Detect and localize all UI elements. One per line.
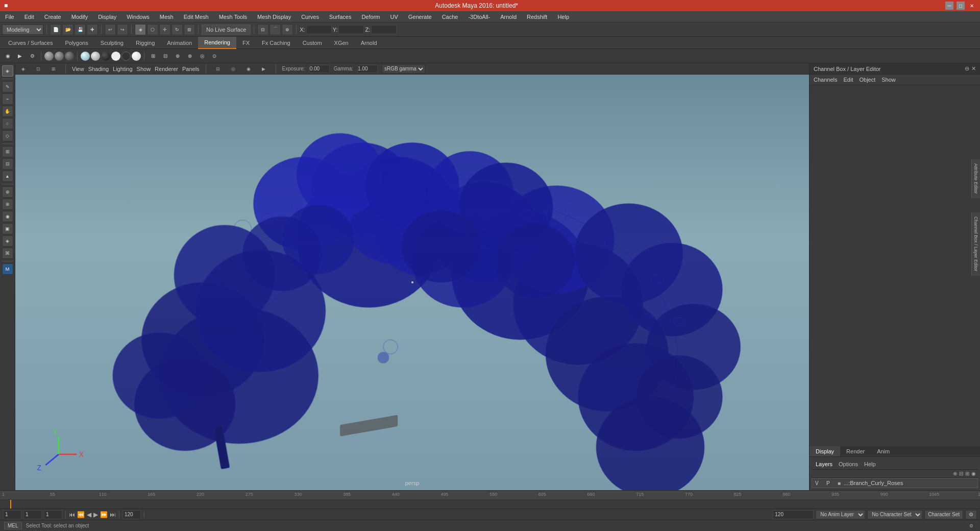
tool10[interactable]: ⌘ <box>2 248 13 259</box>
menu-item-windows[interactable]: Windows <box>125 13 152 21</box>
panel-close-btn[interactable]: ✕ <box>971 65 976 72</box>
render-opt6[interactable]: ⊙ <box>209 51 220 62</box>
status-settings-btn[interactable]: ⚙ <box>967 520 976 532</box>
menu-item-mesh-tools[interactable]: Mesh Tools <box>217 13 249 21</box>
render-layer-btn[interactable]: ⊟ <box>2 158 13 170</box>
menu-item-mesh-display[interactable]: Mesh Display <box>255 13 293 21</box>
viewport[interactable]: X Y Z persp <box>15 75 809 490</box>
paint-tool[interactable]: ✎ <box>2 81 13 92</box>
gamma-field[interactable] <box>357 65 378 73</box>
rotate-btn[interactable]: ↻ <box>172 24 183 35</box>
new-file-btn[interactable]: 📄 <box>50 24 61 35</box>
start-frame-field[interactable] <box>3 510 21 519</box>
anim-layer-select[interactable]: No Anim Layer <box>816 510 865 519</box>
tab-xgen[interactable]: XGen <box>328 37 355 49</box>
tab-polygons[interactable]: Polygons <box>59 37 94 49</box>
select-tool[interactable]: ◈ <box>2 65 13 77</box>
save-file-btn[interactable]: 💾 <box>75 24 86 35</box>
tool9[interactable]: ◈ <box>2 235 13 247</box>
exposure-field[interactable] <box>309 65 330 73</box>
options-tab[interactable]: Options <box>839 461 858 467</box>
display-layer-btn[interactable]: ⊞ <box>2 146 13 157</box>
render-tab-btn[interactable]: Render <box>840 446 871 456</box>
char-set-select[interactable]: No Character Set <box>867 510 922 519</box>
select-tool-btn[interactable]: ◈ <box>135 24 146 35</box>
view-menu-panels[interactable]: Panels <box>182 66 200 72</box>
sphere-grey2-btn[interactable] <box>55 52 64 61</box>
menu-item-uv[interactable]: UV <box>388 13 400 21</box>
anim-layer-btn[interactable]: ▲ <box>2 171 13 182</box>
menu-item-modify[interactable]: Modify <box>69 13 90 21</box>
layer-v[interactable]: V <box>815 480 823 486</box>
edit-tab[interactable]: Edit <box>843 77 853 83</box>
maximize-button[interactable]: □ <box>957 2 965 10</box>
sphere-shiny-btn[interactable] <box>132 52 141 61</box>
char-set-btn[interactable]: Character Set <box>924 510 963 519</box>
go-start-btn[interactable]: ⏮ <box>69 511 75 518</box>
menu-item-redshift[interactable]: Redshift <box>525 13 549 21</box>
show-tab[interactable]: Show <box>881 77 896 83</box>
object-tab[interactable]: Object <box>859 77 875 83</box>
render-settings-btn[interactable]: ⚙ <box>27 51 38 62</box>
menu-item-create[interactable]: Create <box>42 13 63 21</box>
go-end-btn[interactable]: ⏭ <box>110 511 116 518</box>
tool7[interactable]: ◉ <box>2 211 13 222</box>
menu-item-edit-mesh[interactable]: Edit Mesh <box>182 13 211 21</box>
view-menu-show[interactable]: Show <box>137 66 151 72</box>
tab-sculpting[interactable]: Sculpting <box>94 37 130 49</box>
timeline-ruler[interactable]: 1551101652202753303854404955506056607157… <box>0 491 980 500</box>
layers-icon3[interactable]: ⊞ <box>965 471 969 476</box>
tab-curves-surfaces[interactable]: Curves / Surfaces <box>2 37 59 49</box>
menu-item-help[interactable]: Help <box>555 13 571 21</box>
layers-icon2[interactable]: ⊟ <box>959 471 963 476</box>
redo-btn[interactable]: ↪ <box>117 24 128 35</box>
sphere-grey-btn[interactable] <box>44 52 54 61</box>
attribute-editor-tab[interactable]: Attribute Editor <box>971 159 980 198</box>
menu-item-cache[interactable]: Cache <box>440 13 460 21</box>
menu-item-file[interactable]: File <box>3 13 16 21</box>
vb-light-btn[interactable]: ◉ <box>243 63 254 75</box>
scale-btn[interactable]: ⊞ <box>184 24 195 35</box>
viewbar-tool1[interactable]: ◈ <box>17 63 29 75</box>
gamma-select[interactable]: sRGB gamma <box>382 64 425 74</box>
vb-render-btn[interactable]: ▶ <box>258 63 270 75</box>
end-large-field[interactable] <box>122 510 141 519</box>
panel-collapse-btn[interactable]: ⊖ <box>965 65 969 72</box>
snap-point-btn[interactable]: ⊕ <box>282 24 293 35</box>
z-field[interactable] <box>371 25 397 34</box>
render-opt3[interactable]: ⊕ <box>172 51 183 62</box>
sphere-dark-btn[interactable] <box>101 52 110 61</box>
layer-row[interactable]: V P ■ ...:Branch_Curly_Roses <box>812 478 978 488</box>
snap-curve-btn[interactable]: ⌒ <box>270 24 281 35</box>
smooth-tool[interactable]: ○ <box>2 118 13 129</box>
close-button[interactable]: ✕ <box>968 2 976 10</box>
layers-icon4[interactable]: ◉ <box>971 471 976 476</box>
tab-custom[interactable]: Custom <box>297 37 328 49</box>
minimize-button[interactable]: ─ <box>945 2 953 10</box>
menu-item-mesh[interactable]: Mesh <box>158 13 176 21</box>
menu-item-edit[interactable]: Edit <box>22 13 36 21</box>
tool8[interactable]: ▣ <box>2 223 13 234</box>
view-menu-shading[interactable]: Shading <box>88 66 109 72</box>
tab-fx[interactable]: FX <box>236 37 256 49</box>
sphere-light-btn[interactable] <box>91 52 100 61</box>
end-small-field[interactable] <box>44 510 62 519</box>
menu-item-arnold[interactable]: Arnold <box>498 13 519 21</box>
relax-tool[interactable]: ◇ <box>2 130 13 141</box>
lasso-btn[interactable]: ⬡ <box>147 24 158 35</box>
menu-item-surfaces[interactable]: Surfaces <box>327 13 353 21</box>
maya-icon-btn[interactable]: M <box>2 263 13 275</box>
sculpt-tool[interactable]: ⌁ <box>2 93 13 105</box>
current-frame-field[interactable] <box>23 510 42 519</box>
menu-item-display[interactable]: Display <box>96 13 118 21</box>
sphere-white-btn[interactable] <box>111 52 120 61</box>
layer-p[interactable]: P <box>826 480 835 486</box>
next-frame-btn[interactable]: ⏩ <box>100 511 108 518</box>
viewbar-tool3[interactable]: ⊞ <box>48 63 59 75</box>
move-btn[interactable]: ✛ <box>159 24 170 35</box>
tab-rigging[interactable]: Rigging <box>130 37 161 49</box>
play-back-btn[interactable]: ◀ <box>87 511 91 518</box>
tool5[interactable]: ⊕ <box>2 186 13 198</box>
render-opt4[interactable]: ⊗ <box>184 51 195 62</box>
save-as-btn[interactable]: ✚ <box>87 24 98 35</box>
